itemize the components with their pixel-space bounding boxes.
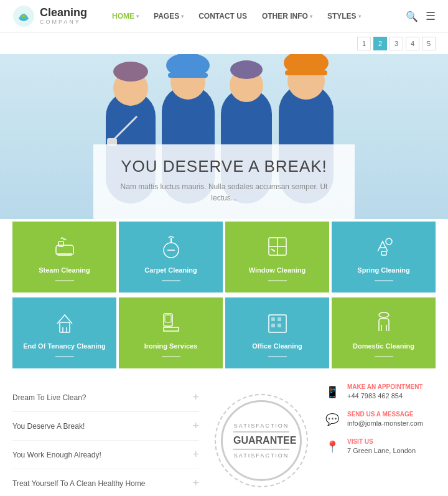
svg-rect-18 xyxy=(58,241,63,246)
service-label: Domestic Cleaning xyxy=(353,342,414,350)
service-label: Carpet cleaning xyxy=(144,266,197,274)
hero-section: YOU DESERVE A BREAK! Nam mattis luctus m… xyxy=(0,54,448,219)
services-grid: Steam cleaning Carpet cleaning Window cl… xyxy=(0,219,448,295)
contact-email: 💬 SEND US A MESSAGE info@jomla-monster.c… xyxy=(324,411,436,428)
svg-rect-14 xyxy=(285,70,327,75)
service-tenancy-cleaning[interactable]: End of tenancy cleaning xyxy=(12,297,116,368)
message-icon: 💬 xyxy=(324,411,341,428)
hero-overlay: YOU DESERVE A BREAK! Nam mattis luctus m… xyxy=(93,144,355,219)
svg-rect-35 xyxy=(278,317,281,321)
service-divider xyxy=(162,356,180,357)
svg-rect-7 xyxy=(168,73,208,78)
hamburger-icon[interactable]: ☰ xyxy=(426,9,436,23)
faq-section: Dream To Live Clean? + You Deserve A Bre… xyxy=(12,383,199,496)
service-domestic-cleaning[interactable]: Domestic Cleaning xyxy=(332,297,436,368)
spring-icon xyxy=(370,233,398,260)
hero-title: YOU DESERVE A BREAK! xyxy=(112,157,336,176)
ironing-icon xyxy=(157,309,185,336)
logo: Cleaning COMPANY xyxy=(12,5,87,27)
contact-email-label: SEND US A MESSAGE xyxy=(347,411,423,418)
service-divider xyxy=(55,356,74,357)
service-ironing[interactable]: Ironing Services xyxy=(119,297,223,368)
service-spring-cleaning[interactable]: Spring cleaning xyxy=(332,222,436,292)
service-label: Ironing Services xyxy=(144,342,198,350)
pagination: 1 2 3 4 5 xyxy=(0,33,448,54)
contact-address-detail: VISIT US 7 Green Lane, London xyxy=(347,438,416,456)
nav-pages[interactable]: PAGES ▾ xyxy=(147,8,190,24)
nav-home[interactable]: HOME ▾ xyxy=(106,8,145,24)
steam-icon xyxy=(51,233,78,260)
page-1[interactable]: 1 xyxy=(357,37,371,50)
satisfaction-bot: SATISFACTION xyxy=(234,452,289,459)
svg-rect-33 xyxy=(269,315,286,332)
carpet-icon xyxy=(157,233,185,260)
contact-address: 📍 VISIT US 7 Green Lane, London xyxy=(324,438,436,456)
contact-address-label: VISIT US xyxy=(347,438,416,445)
logo-company: COMPANY xyxy=(40,19,87,26)
tenancy-icon xyxy=(51,309,78,336)
svg-rect-32 xyxy=(165,315,171,322)
guarantee-badge: SATISFACTION GUARANTEE SATISFACTION xyxy=(221,400,302,481)
guarantee-section: SATISFACTION GUARANTEE SATISFACTION xyxy=(212,383,311,496)
bottom-section: Dream To Live Clean? + You Deserve A Bre… xyxy=(0,371,448,496)
logo-icon xyxy=(12,5,35,27)
faq-question-4: Treat Yourself To A Clean Healthy Home xyxy=(12,479,145,488)
logo-cleaning: Cleaning xyxy=(40,7,87,19)
guarantee-text: GUARANTEE xyxy=(233,431,289,450)
service-label: Office Cleaning xyxy=(252,342,302,350)
faq-toggle-2[interactable]: + xyxy=(192,419,199,433)
service-carpet-cleaning[interactable]: Carpet cleaning xyxy=(119,222,223,292)
nav-contact[interactable]: CONTACT US xyxy=(192,8,253,24)
window-icon xyxy=(264,233,291,260)
faq-toggle-3[interactable]: + xyxy=(192,448,199,461)
service-divider xyxy=(55,280,74,281)
faq-toggle-4[interactable]: + xyxy=(192,477,199,490)
service-steam-cleaning[interactable]: Steam cleaning xyxy=(12,222,116,292)
page-4[interactable]: 4 xyxy=(406,37,419,50)
domestic-icon xyxy=(370,309,398,336)
service-label: Steam cleaning xyxy=(39,266,90,274)
service-divider xyxy=(268,356,287,357)
service-label: Spring cleaning xyxy=(357,266,409,274)
contact-email-value[interactable]: info@jomla-monster.com xyxy=(347,419,423,427)
page-2[interactable]: 2 xyxy=(373,37,387,50)
faq-item-4: Treat Yourself To A Clean Healthy Home + xyxy=(12,469,199,496)
service-office-cleaning[interactable]: Office Cleaning xyxy=(225,297,329,368)
service-label: Window cleaning xyxy=(249,266,306,274)
faq-toggle-1[interactable]: + xyxy=(192,391,199,404)
location-icon: 📍 xyxy=(324,438,341,456)
service-divider xyxy=(375,356,393,357)
svg-point-40 xyxy=(379,312,389,317)
service-divider xyxy=(375,280,393,281)
page-5[interactable]: 5 xyxy=(422,37,436,50)
service-label: End of tenancy cleaning xyxy=(23,342,105,350)
svg-rect-36 xyxy=(271,324,275,327)
contact-phone-detail: MAKE AN APPOINTMENT +44 7983 462 854 xyxy=(347,383,422,401)
hero-subtitle: Nam mattis luctus mauris. Nulla sodales … xyxy=(112,181,336,204)
faq-question-1: Dream To Live Clean? xyxy=(12,393,86,402)
service-window-cleaning[interactable]: Window cleaning xyxy=(225,222,329,292)
guarantee-badge-outer: SATISFACTION GUARANTEE SATISFACTION xyxy=(215,394,308,487)
contact-address-value: 7 Green Lane, London xyxy=(347,447,416,454)
svg-rect-26 xyxy=(381,251,386,255)
main-nav: HOME ▾ PAGES ▾ CONTACT US OTHER INFO ▾ S… xyxy=(106,8,406,24)
svg-rect-37 xyxy=(278,324,281,327)
contact-phone-value[interactable]: +44 7983 462 854 xyxy=(347,392,422,400)
faq-item-1: Dream To Live Clean? + xyxy=(12,383,199,412)
svg-rect-28 xyxy=(60,322,70,332)
svg-point-10 xyxy=(230,60,263,79)
faq-question-3: You Work Enough Already! xyxy=(12,451,101,459)
phone-icon: 📱 xyxy=(324,383,341,401)
logo-text: Cleaning COMPANY xyxy=(40,7,87,26)
service-divider xyxy=(162,280,180,281)
office-icon xyxy=(264,309,291,336)
faq-item-3: You Work Enough Already! + xyxy=(12,441,199,469)
nav-other-info[interactable]: OTHER INFO ▾ xyxy=(256,8,319,24)
search-icon[interactable]: 🔍 xyxy=(406,11,418,22)
contact-email-detail: SEND US A MESSAGE info@jomla-monster.com xyxy=(347,411,423,428)
contact-section: 📱 MAKE AN APPOINTMENT +44 7983 462 854 💬… xyxy=(324,383,436,496)
page-3[interactable]: 3 xyxy=(390,37,403,50)
svg-line-25 xyxy=(271,249,275,251)
nav-styles[interactable]: STYLES ▾ xyxy=(321,8,367,24)
faq-item-2: You Deserve A Break! + xyxy=(12,412,199,441)
